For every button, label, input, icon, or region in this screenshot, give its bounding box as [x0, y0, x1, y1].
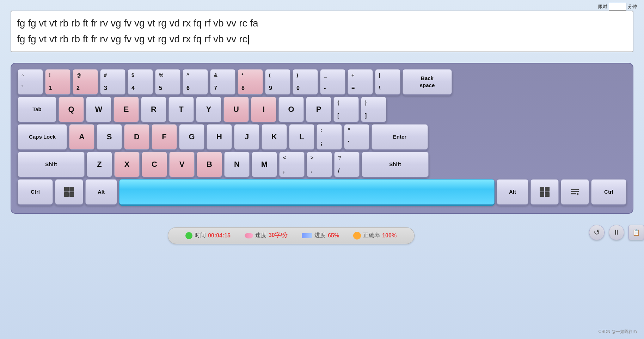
- svg-rect-1: [69, 187, 74, 192]
- status-bar: 时间 00:04:15 速度 30字/分 进度 65% 正确率 100%: [168, 227, 415, 244]
- progress-value: 65%: [328, 232, 339, 239]
- key-c[interactable]: C: [142, 152, 167, 177]
- key-9[interactable]: (9: [265, 69, 290, 95]
- svg-rect-3: [69, 192, 74, 197]
- limit-label: 限时: [598, 4, 607, 10]
- key-8[interactable]: *8: [238, 69, 263, 95]
- svg-rect-8: [571, 189, 579, 190]
- accuracy-icon: [353, 232, 361, 240]
- pause-button[interactable]: ⏸: [609, 225, 624, 240]
- key-1[interactable]: !1: [45, 69, 70, 95]
- key-a[interactable]: A: [69, 124, 94, 150]
- key-tilde-backtick[interactable]: ~`: [18, 69, 43, 95]
- key-quote[interactable]: "': [344, 124, 369, 150]
- key-comma[interactable]: <,: [279, 152, 305, 177]
- keyboard: ~` !1 @2 #3 $4 %5 ^6 &7 *8 (9 )0 _- += |…: [11, 63, 633, 214]
- progress-icon: [302, 233, 312, 238]
- key-o[interactable]: O: [278, 97, 304, 122]
- key-u[interactable]: U: [223, 97, 249, 122]
- spacebar-key[interactable]: [119, 179, 495, 205]
- key-slash[interactable]: ?/: [334, 152, 360, 177]
- menu-key[interactable]: [561, 179, 589, 205]
- doc-button[interactable]: 📋: [628, 225, 644, 240]
- svg-rect-5: [545, 187, 550, 192]
- key-k[interactable]: K: [262, 124, 287, 150]
- key-0[interactable]: )0: [293, 69, 318, 95]
- key-e[interactable]: E: [114, 97, 139, 122]
- tab-key[interactable]: Tab: [18, 97, 56, 122]
- time-value: 00:04:15: [208, 232, 231, 239]
- win-right-key[interactable]: [530, 179, 559, 205]
- key-j[interactable]: J: [234, 124, 259, 150]
- key-v[interactable]: V: [169, 152, 195, 177]
- key-d[interactable]: D: [124, 124, 149, 150]
- alt-right-key[interactable]: Alt: [497, 179, 528, 205]
- time-label: 时间: [195, 232, 206, 239]
- shift-right-key[interactable]: Shift: [362, 152, 429, 177]
- key-w[interactable]: W: [86, 97, 111, 122]
- key-7[interactable]: &7: [210, 69, 235, 95]
- control-buttons: ↺ ⏸ 📋: [589, 225, 644, 240]
- svg-rect-2: [64, 192, 69, 197]
- keyboard-row-0: ~` !1 @2 #3 $4 %5 ^6 &7 *8 (9 )0 _- += |…: [18, 69, 626, 95]
- key-m[interactable]: M: [252, 152, 277, 177]
- key-3[interactable]: #3: [100, 69, 125, 95]
- status-speed: 速度 30字/分: [245, 232, 288, 239]
- key-equals[interactable]: +=: [348, 69, 373, 95]
- status-progress: 进度 65%: [302, 232, 339, 239]
- key-5[interactable]: %5: [155, 69, 180, 95]
- key-b[interactable]: B: [197, 152, 222, 177]
- status-accuracy: 正确率 100%: [353, 232, 397, 240]
- key-y[interactable]: Y: [196, 97, 221, 122]
- key-i[interactable]: I: [251, 97, 276, 122]
- key-z[interactable]: Z: [87, 152, 112, 177]
- key-l[interactable]: L: [289, 124, 314, 150]
- key-r[interactable]: R: [141, 97, 166, 122]
- keyboard-row-2: Caps Lock A S D F G H J K L :; "' Enter: [18, 124, 626, 150]
- alt-left-key[interactable]: Alt: [85, 179, 117, 205]
- svg-rect-6: [540, 192, 544, 197]
- key-lbracket[interactable]: {[: [333, 97, 359, 122]
- backspace-key[interactable]: Backspace: [403, 69, 452, 95]
- keyboard-row-4: Ctrl Alt Alt: [18, 179, 626, 205]
- keyboard-row-1: Tab Q W E R T Y U I O P {[ }]: [18, 97, 626, 122]
- key-backslash[interactable]: |\: [375, 69, 400, 95]
- key-semicolon[interactable]: :;: [317, 124, 342, 150]
- status-time: 时间 00:04:15: [185, 232, 231, 239]
- time-icon: [185, 232, 192, 239]
- limit-input[interactable]: [609, 3, 626, 11]
- key-4[interactable]: $4: [128, 69, 153, 95]
- key-t[interactable]: T: [168, 97, 194, 122]
- key-n[interactable]: N: [224, 152, 250, 177]
- ctrl-left-key[interactable]: Ctrl: [18, 179, 53, 205]
- key-p[interactable]: P: [306, 97, 331, 122]
- key-q[interactable]: Q: [59, 97, 84, 122]
- keyboard-row-3: Shift Z X C V B N M <, >. ?/ Shift: [18, 152, 626, 177]
- speed-value: 30字/分: [269, 232, 288, 239]
- enter-key[interactable]: Enter: [372, 124, 428, 150]
- key-x[interactable]: X: [114, 152, 140, 177]
- svg-rect-9: [571, 191, 579, 192]
- key-period[interactable]: >.: [307, 152, 332, 177]
- key-2[interactable]: @2: [73, 69, 98, 95]
- key-6[interactable]: ^6: [183, 69, 208, 95]
- speed-label: 速度: [255, 232, 266, 239]
- key-s[interactable]: S: [97, 124, 122, 150]
- text-line-2: fg fg vt vt rb rb ft fr rv vg fv vg vt r…: [17, 31, 627, 47]
- key-f[interactable]: F: [152, 124, 177, 150]
- ctrl-right-key[interactable]: Ctrl: [591, 179, 626, 205]
- typing-display: fg fg vt vt rb rb ft fr rv vg fv vg vt r…: [11, 11, 633, 52]
- shift-left-key[interactable]: Shift: [18, 152, 85, 177]
- win-left-key[interactable]: [55, 179, 83, 205]
- key-minus[interactable]: _-: [320, 69, 345, 95]
- svg-rect-4: [540, 187, 544, 192]
- capslock-key[interactable]: Caps Lock: [18, 124, 67, 150]
- svg-marker-11: [577, 193, 579, 195]
- minute-label: 分钟: [628, 4, 637, 10]
- progress-label: 进度: [314, 232, 326, 239]
- key-h[interactable]: H: [207, 124, 232, 150]
- key-rbracket[interactable]: }]: [361, 97, 386, 122]
- key-g[interactable]: G: [179, 124, 204, 150]
- restart-button[interactable]: ↺: [589, 225, 605, 240]
- windows-icon-right: [539, 186, 550, 198]
